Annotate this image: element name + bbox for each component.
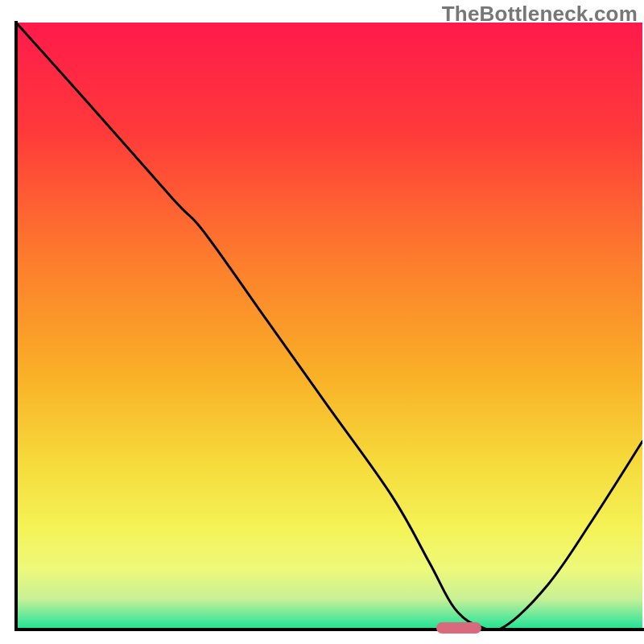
chart-frame: TheBottleneck.com	[0, 0, 644, 644]
optimal-marker	[436, 622, 481, 634]
chart-svg	[0, 0, 644, 644]
gradient-background	[16, 23, 642, 630]
watermark-text: TheBottleneck.com	[442, 2, 638, 27]
